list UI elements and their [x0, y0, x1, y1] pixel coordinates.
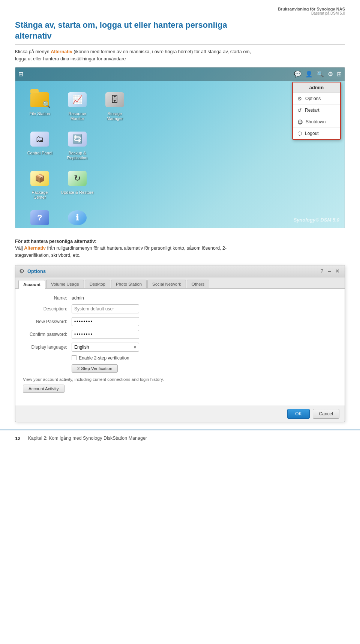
dropdown-shutdown[interactable]: ⏻ Shutdown	[293, 116, 340, 128]
grid-icon[interactable]: ⊞	[337, 70, 342, 78]
dropdown-logout[interactable]: ⬡ Logout	[293, 128, 340, 139]
tab-account[interactable]: Account	[18, 280, 45, 289]
file-station-icon-img: 🔍	[30, 90, 50, 109]
desktop-icon-backup[interactable]: 🔄 Backup & Replication	[60, 126, 94, 166]
tab-volume-usage[interactable]: Volume Usage	[46, 280, 84, 288]
desktop-icon-storage-manager[interactable]: 🗄 StorageManager	[98, 87, 132, 126]
dropdown-restart[interactable]: ↺ Restart	[293, 105, 340, 116]
dropdown-options[interactable]: ⚙ Options	[293, 93, 340, 105]
desktop-taskbar: ⊞ 💬 👤 🔍 ⚙ ⊞	[15, 67, 345, 81]
enable-2step-checkbox[interactable]	[72, 355, 76, 360]
tab-photo-station[interactable]: Photo Station	[111, 280, 147, 288]
desktop-icon-empty5	[173, 126, 207, 166]
tab-desktop[interactable]: Desktop	[85, 280, 110, 288]
step-verification-row: 2-Step Verification	[72, 364, 337, 373]
storage-manager-icon-img: 🗄	[105, 90, 124, 109]
tab-others[interactable]: Others	[187, 280, 210, 288]
new-password-input[interactable]	[72, 317, 139, 326]
synology-brand: Synology® DSM 5.0	[294, 217, 339, 223]
desktop-icon-empty6	[98, 166, 132, 205]
desktop-icon-info-center[interactable]: ℹ Info Center	[60, 205, 94, 228]
ok-button[interactable]: OK	[287, 409, 309, 419]
desktop-icon-empty4	[135, 126, 169, 166]
dropdown-restart-label: Restart	[305, 108, 320, 113]
main-title-area: Stänga av, starta om, logga ut eller han…	[0, 15, 360, 44]
dialog-titlebar-controls: ? – ✕	[319, 268, 341, 274]
control-panel-icon-img: 🗂	[30, 129, 50, 149]
desktop-icon-empty3	[98, 126, 132, 166]
user-icon[interactable]: 👤	[305, 70, 313, 78]
section-heading: För att hantera personliga alternativ: V…	[0, 234, 360, 261]
backup-icon-img: 🔄	[68, 129, 87, 149]
dialog-tabs: Account Volume Usage Desktop Photo Stati…	[15, 277, 345, 289]
desktop-icon-empty1	[135, 87, 169, 126]
confirm-password-label: Confirm password:	[23, 332, 72, 337]
description-label: Description:	[23, 306, 72, 312]
search-icon[interactable]: 🔍	[316, 70, 324, 78]
update-restore-label: Update & Restore	[61, 190, 93, 195]
desktop-icon-empty8	[173, 166, 207, 205]
desktop-icon-file-station[interactable]: 🔍 File Station	[23, 87, 57, 126]
page-footer: 12 Kapitel 2: Kom igång med Synology Dis…	[0, 430, 360, 446]
dropdown-logout-label: Logout	[305, 131, 319, 136]
taskbar-right: 💬 👤 🔍 ⚙ ⊞	[294, 70, 342, 78]
backup-label: Backup & Replication	[60, 151, 94, 160]
new-password-label: New Password:	[23, 319, 72, 324]
step-verification-btn[interactable]: 2-Step Verification	[72, 364, 118, 373]
account-activity-text: View your account activity, including cu…	[23, 377, 337, 382]
display-language-select[interactable]: English Svenska Deutsch Français 中文	[72, 343, 139, 352]
dialog-title-text: Options	[27, 268, 46, 274]
name-label: Name:	[23, 295, 72, 301]
dsm-help-icon-img: ?	[30, 208, 50, 228]
page-number: 12	[15, 436, 20, 441]
form-row-new-password: New Password:	[23, 317, 337, 326]
resource-monitor-icon-img: 📈	[68, 90, 87, 109]
file-station-label: File Station	[29, 111, 50, 116]
dialog-footer: OK Cancel	[15, 406, 345, 422]
account-activity-row: View your account activity, including cu…	[23, 377, 337, 393]
storage-manager-label: StorageManager	[106, 111, 123, 121]
desktop-icon-control-panel[interactable]: 🗂 Control Panel	[23, 126, 57, 166]
desktop-icon-empty2	[173, 87, 207, 126]
dropdown-username: admin	[293, 82, 340, 93]
user-dropdown-menu: admin ⚙ Options ↺ Restart ⏻ Shutdown ⬡ L…	[292, 82, 341, 140]
header-subtitle: Baserat på DSM 5.0	[15, 11, 345, 15]
name-value: admin	[72, 295, 84, 301]
page-container: Bruksanvisning för Synology NAS Baserat …	[0, 0, 360, 446]
package-center-icon-img: 📦	[30, 169, 50, 188]
checkbox-row-2step: Enable 2-step verification	[72, 355, 337, 361]
apps-icon[interactable]: ⊞	[18, 70, 23, 78]
account-activity-btn[interactable]: Account Activity	[23, 385, 64, 393]
header-title: Bruksanvisning för Synology NAS	[15, 7, 345, 11]
form-row-display-language: Display language: English Svenska Deutsc…	[23, 343, 337, 352]
desktop-icon-package-center[interactable]: 📦 PackageCenter	[23, 166, 57, 205]
update-restore-icon-img: ↻	[68, 169, 87, 188]
dialog-close-btn[interactable]: ✕	[334, 268, 341, 274]
cancel-button[interactable]: Cancel	[313, 409, 339, 419]
desktop-screenshot: ⊞ 💬 👤 🔍 ⚙ ⊞ 🔍	[15, 67, 345, 228]
form-row-description: Description:	[23, 304, 337, 313]
options-dialog: ⚙ Options ? – ✕ Account Volume Usage Des…	[15, 265, 345, 422]
dialog-titlebar-left: ⚙ Options	[19, 268, 46, 275]
options-icon: ⚙	[297, 96, 302, 102]
enable-2step-label: Enable 2-step verification	[79, 355, 129, 361]
desktop-icon-dsm-help[interactable]: ? DSM Help	[23, 205, 57, 228]
chat-icon[interactable]: 💬	[294, 70, 302, 78]
dialog-minimize-btn[interactable]: –	[327, 268, 332, 274]
package-center-label: PackageCenter	[32, 190, 48, 200]
form-row-name: Name: admin	[23, 295, 337, 301]
description-input[interactable]	[72, 304, 139, 313]
confirm-password-input[interactable]	[72, 330, 139, 339]
taskbar-left: ⊞	[18, 70, 23, 78]
dialog-help-btn[interactable]: ?	[319, 268, 324, 274]
header-area: Bruksanvisning för Synology NAS Baserat …	[0, 0, 360, 15]
desktop-icon-empty7	[135, 166, 169, 205]
restart-icon: ↺	[297, 107, 302, 113]
dropdown-shutdown-label: Shutdown	[306, 119, 326, 124]
tab-social-network[interactable]: Social Network	[147, 280, 186, 288]
desktop-icon-update-restore[interactable]: ↻ Update & Restore	[60, 166, 94, 205]
settings-icon[interactable]: ⚙	[328, 70, 333, 78]
shutdown-icon: ⏻	[297, 119, 303, 125]
control-panel-label: Control Panel	[27, 151, 52, 156]
desktop-icon-resource-monitor[interactable]: 📈 ResourceMonitor	[60, 87, 94, 126]
